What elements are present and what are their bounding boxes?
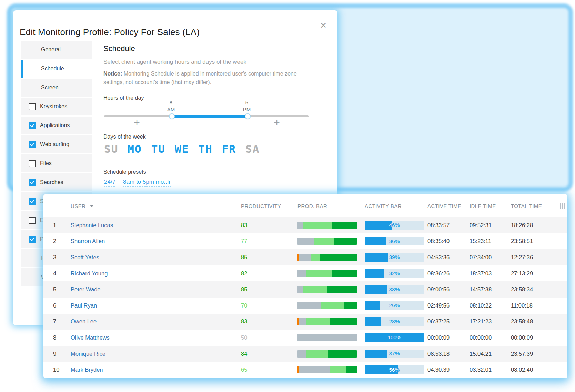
column-header-productivity[interactable]: PRODUCTIVITY xyxy=(241,194,281,217)
day-toggle-su[interactable]: SU xyxy=(104,143,118,155)
column-header-prod-bar[interactable]: PROD. BAR xyxy=(297,194,327,217)
activity-bar-cell: 28%28% xyxy=(365,314,424,330)
prod-bar-segment-light xyxy=(311,254,320,261)
user-name-link[interactable]: Sharron Allen xyxy=(71,233,105,250)
user-name-link[interactable]: Peter Wade xyxy=(71,281,101,298)
day-toggle-tu[interactable]: TU xyxy=(151,143,165,155)
user-name-link[interactable]: Monique Rice xyxy=(71,346,105,362)
sidebar-item-searches[interactable]: Searches xyxy=(21,173,92,191)
activity-percent-label-white: 46% xyxy=(365,221,392,230)
user-name-link[interactable]: Stephanie Lucas xyxy=(71,217,113,233)
sidebar-item-applications[interactable]: Applications xyxy=(21,117,92,134)
productivity-value: 82 xyxy=(241,265,247,282)
productivity-value: 77 xyxy=(241,233,247,250)
row-rank: 4 xyxy=(51,265,63,282)
sidebar-item-general[interactable]: General xyxy=(21,41,92,59)
preset-link-8am-5pm[interactable]: 8am to 5pm mo..fr xyxy=(123,179,171,187)
productivity-value: 50 xyxy=(241,330,247,346)
user-name-link[interactable]: Owen Lee xyxy=(71,314,97,330)
row-rank: 2 xyxy=(51,233,63,250)
prod-bar-segment-dark xyxy=(344,302,357,309)
sidebar-item-keystrokes[interactable]: Keystrokes xyxy=(21,98,92,115)
prod-bar-cell xyxy=(297,362,357,378)
active-time: 09:00:56 xyxy=(427,281,450,298)
plus-icon-right[interactable]: + xyxy=(272,117,282,128)
idle-time: 18:37:03 xyxy=(470,265,492,282)
column-header-user[interactable]: USER xyxy=(71,194,94,217)
table-row: 10Mark Bryden6556%56%04:30:3903:32:0108:… xyxy=(43,362,567,378)
column-header-idle-time[interactable]: IDLE TIME xyxy=(470,194,496,217)
panel-heading: Schedule xyxy=(103,44,135,53)
sidebar-item-files[interactable]: Files xyxy=(21,154,92,172)
activity-bar-cell: 26%26% xyxy=(365,298,424,314)
user-name-link[interactable]: Scott Yates xyxy=(71,249,99,265)
column-header-total-time[interactable]: TOTAL TIME xyxy=(511,194,542,217)
prod-bar-segment-dark xyxy=(327,286,357,293)
checkbox-checked-icon[interactable] xyxy=(29,141,36,148)
slider-handle-end[interactable] xyxy=(245,113,251,119)
total-time: 00:00:09 xyxy=(511,330,533,346)
prod-bar-segment-gray xyxy=(297,222,303,229)
activity-bar-cell: 56%56% xyxy=(365,362,424,378)
sidebar-item-label: Files xyxy=(40,160,52,167)
prod-bar-segment-light xyxy=(303,222,332,229)
column-settings-icon[interactable] xyxy=(560,203,565,209)
activity-bar: 56%56% xyxy=(365,365,424,374)
row-rank: 3 xyxy=(51,249,63,265)
sidebar-item-schedule[interactable]: Schedule xyxy=(21,60,92,78)
checkbox-checked-icon[interactable] xyxy=(29,179,36,186)
user-name-link[interactable]: Richard Young xyxy=(71,265,108,282)
row-rank: 9 xyxy=(51,346,63,362)
activity-percent-label-white: 26% xyxy=(365,301,380,310)
user-name-link[interactable]: Mark Bryden xyxy=(71,362,103,378)
checkbox-unchecked-icon[interactable] xyxy=(29,103,36,110)
day-toggle-th[interactable]: TH xyxy=(198,143,212,155)
plus-icon-left[interactable]: + xyxy=(132,117,142,128)
activity-percent-label-white: 32% xyxy=(365,269,384,278)
row-rank: 5 xyxy=(51,281,63,298)
activity-bar: 46%46% xyxy=(365,221,424,230)
slider-handle-start[interactable] xyxy=(169,113,175,119)
active-time: 08:53:18 xyxy=(427,346,450,362)
column-header-activity-bar[interactable]: ACTIVITY BAR xyxy=(365,194,402,217)
column-header-active-time[interactable]: ACTIVE TIME xyxy=(427,194,461,217)
active-time: 06:37:25 xyxy=(427,314,450,330)
prod-bar xyxy=(297,238,357,245)
checkbox-checked-icon[interactable] xyxy=(29,236,36,243)
row-rank: 10 xyxy=(51,362,63,378)
day-toggle-we[interactable]: WE xyxy=(175,143,189,155)
days-of-week-label: Days of the week xyxy=(103,134,146,140)
productivity-value: 83 xyxy=(241,314,247,330)
checkbox-checked-icon[interactable] xyxy=(29,198,36,205)
prod-bar-segment-light xyxy=(314,238,334,245)
table-header: USER PRODUCTIVITY PROD. BAR ACTIVITY BAR… xyxy=(43,194,567,217)
table-row: 1Stephanie Lucas8346%46%08:33:5709:52:31… xyxy=(43,217,567,233)
prod-bar-cell xyxy=(297,298,357,314)
active-time: 08:33:57 xyxy=(427,217,450,233)
day-toggle-mo[interactable]: MO xyxy=(128,143,142,155)
checkbox-unchecked-icon[interactable] xyxy=(29,160,36,167)
activity-label-overlay: 56% xyxy=(365,365,398,374)
day-toggle-fr[interactable]: FR xyxy=(222,143,236,155)
checkbox-checked-icon[interactable] xyxy=(29,122,36,129)
prod-bar-segment-dark xyxy=(334,238,357,245)
idle-time: 08:10:22 xyxy=(470,298,492,314)
checkbox-unchecked-icon[interactable] xyxy=(29,217,36,224)
prod-bar xyxy=(297,350,357,358)
prod-bar-segment-light xyxy=(330,366,346,373)
preset-link-24-7[interactable]: 24/7 xyxy=(104,179,115,187)
user-name-link[interactable]: Olive Matthews xyxy=(71,330,110,346)
sidebar-item-web-surfing[interactable]: Web surfing xyxy=(21,135,92,153)
activity-bar-cell: 39%39% xyxy=(365,249,424,265)
prod-bar-segment-dark xyxy=(330,318,357,325)
prod-bar-segment-gray xyxy=(297,334,357,341)
slider-start-label: 8 AM xyxy=(161,99,181,113)
day-toggle-sa[interactable]: SA xyxy=(245,143,260,155)
panel-subheading: Select client agent working hours and da… xyxy=(103,59,246,66)
activity-bar-cell: 32%32% xyxy=(365,265,424,282)
activity-bar: 38%38% xyxy=(365,285,424,294)
sidebar-item-screen[interactable]: Screen xyxy=(21,79,92,97)
activity-bar: 37%37% xyxy=(365,350,424,358)
user-name-link[interactable]: Paul Ryan xyxy=(71,298,97,314)
close-icon[interactable]: ✕ xyxy=(316,18,331,33)
